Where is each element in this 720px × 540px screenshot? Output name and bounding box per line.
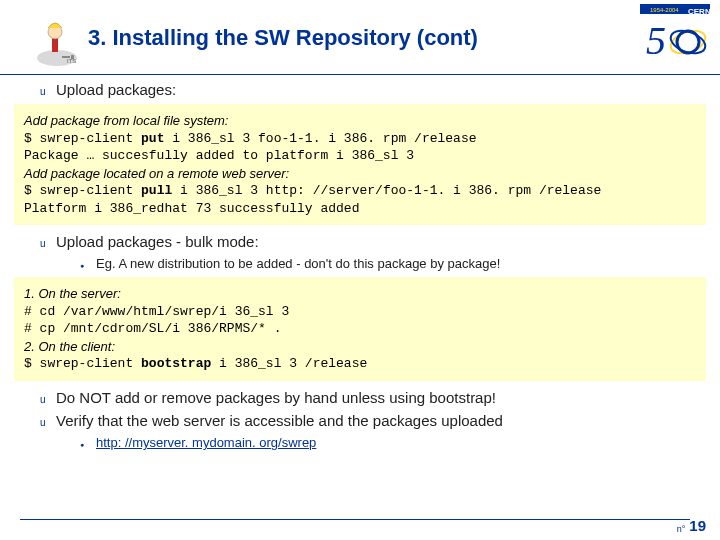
code-block-1: Add package from local file system: $ sw… (14, 104, 706, 225)
svg-rect-4 (62, 56, 70, 58)
sub-bullet-mark: ● (80, 262, 96, 269)
bullet-mark: u (40, 417, 56, 428)
bullet-mark: u (40, 238, 56, 249)
mascot-icon: ITS (12, 8, 82, 68)
svg-text:5: 5 (646, 18, 666, 63)
svg-text:CERN: CERN (688, 7, 710, 16)
header-divider (0, 74, 720, 75)
sub-bullet-eg: ● Eg. A new distribution to be added - d… (80, 256, 700, 271)
page-number: 19 (689, 517, 706, 534)
code-line: # cp /mnt/cdrom/SL/i 386/RPMS/* . (24, 320, 696, 338)
svg-text:1954-2004: 1954-2004 (650, 7, 679, 13)
bullet-donot: u Do NOT add or remove packages by hand … (40, 389, 700, 406)
code-line: $ swrep-client pull i 386_sl 3 http: //s… (24, 182, 696, 200)
footer-divider (20, 519, 690, 520)
code-block-2: 1. On the server: # cd /var/www/html/swr… (14, 277, 706, 381)
page-title: 3. Installing the SW Repository (cont) (88, 25, 708, 51)
sub-bullet-mark: ● (80, 441, 96, 448)
code-line: $ swrep-client put i 386_sl 3 foo-1-1. i… (24, 130, 696, 148)
svg-point-12 (677, 31, 699, 53)
cern-50-logo: 1954-2004 CERN 5 (640, 4, 710, 66)
code-line: Package … succesfully added to platform … (24, 147, 696, 165)
bullet-bulk: u Upload packages - bulk mode: (40, 233, 700, 250)
code-line: Add package from local file system: (24, 112, 696, 130)
code-line: 2. On the client: (24, 338, 696, 356)
sub-bullet-text: Eg. A new distribution to be added - don… (96, 256, 500, 271)
bullet-mark: u (40, 86, 56, 97)
bullet-verify: u Verify that the web server is accessib… (40, 412, 700, 429)
code-line: 1. On the server: (24, 285, 696, 303)
swrep-link[interactable]: http: //myserver. mydomain. org/swrep (96, 435, 316, 450)
bullet-text: Upload packages: (56, 81, 176, 98)
bullet-mark: u (40, 394, 56, 405)
code-line: # cd /var/www/html/swrep/i 36_sl 3 (24, 303, 696, 321)
page-no-label: n° (677, 524, 686, 534)
code-line: $ swrep-client bootstrap i 386_sl 3 /rel… (24, 355, 696, 373)
bullet-upload: u Upload packages: (40, 81, 700, 98)
svg-rect-1 (52, 38, 58, 52)
svg-rect-5 (71, 55, 74, 59)
bullet-text: Do NOT add or remove packages by hand un… (56, 389, 496, 406)
bullet-text: Upload packages - bulk mode: (56, 233, 259, 250)
bullet-text: Verify that the web server is accessible… (56, 412, 503, 429)
code-line: Platform i 386_redhat 73 successfully ad… (24, 200, 696, 218)
page-footer: n° 19 (677, 517, 706, 534)
code-line: Add package located on a remote web serv… (24, 165, 696, 183)
sub-bullet-link: ● http: //myserver. mydomain. org/swrep (80, 435, 700, 450)
